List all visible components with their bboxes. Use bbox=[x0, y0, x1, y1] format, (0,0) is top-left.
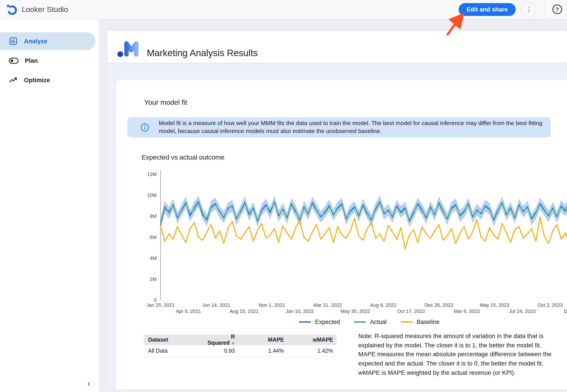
more-options-button[interactable]: ⋮ bbox=[522, 2, 537, 17]
collapse-sidebar-button[interactable]: ‹ bbox=[82, 378, 96, 389]
x-tick-label: Jul 24, 2023 bbox=[509, 308, 536, 314]
x-tick-label: Jan 10, 2022 bbox=[286, 308, 314, 314]
sidebar-item-analyze[interactable]: Analyze bbox=[0, 32, 96, 50]
sidebar-item-label: Optimize bbox=[24, 76, 50, 84]
x-tick-label: Mar 21, 2022 bbox=[313, 302, 342, 308]
chart-title: Expected vs actual outcome bbox=[142, 153, 224, 161]
info-banner: Model fit is a measure of how well your … bbox=[127, 117, 551, 138]
sidebar-item-label: Plan bbox=[25, 57, 38, 64]
topbar-divider bbox=[545, 0, 545, 19]
legend-item-expected: Expected bbox=[299, 319, 340, 325]
cell-wmape: 1.42% bbox=[288, 348, 336, 354]
x-tick-label: Dec 11, 2023 bbox=[564, 308, 567, 314]
meridian-logo-icon bbox=[117, 38, 142, 57]
x-tick-label: Oct 2, 2023 bbox=[538, 302, 563, 308]
sidebar-item-plan[interactable]: Plan bbox=[0, 52, 96, 69]
chevron-left-icon: ‹ bbox=[87, 379, 90, 388]
baseline-line bbox=[160, 217, 567, 249]
chart-legend: Expected Actual Baseline bbox=[160, 319, 567, 325]
edit-and-share-button[interactable]: Edit and share bbox=[459, 3, 516, 16]
table-header-mape[interactable]: MAPE bbox=[238, 337, 288, 343]
trending-up-icon bbox=[9, 76, 18, 84]
table-row: All Data 0.93 1.44% 1.42% bbox=[144, 345, 336, 357]
cell-mape: 1.44% bbox=[238, 348, 288, 354]
table-header-wmape[interactable]: wMAPE bbox=[288, 337, 336, 343]
toggle-icon bbox=[9, 57, 19, 64]
looker-studio-app: Looker Studio Edit and share ⋮ ? Analyze bbox=[0, 0, 567, 392]
sidebar-item-label: Analyze bbox=[24, 38, 47, 45]
x-tick-label: Dec 26, 2022 bbox=[424, 302, 453, 308]
legend-item-actual: Actual bbox=[354, 319, 387, 325]
table-header-row: Dataset R Squared▼ MAPE wMAPE bbox=[144, 335, 336, 345]
y-tick-label: 6M bbox=[150, 235, 157, 240]
expected-vs-actual-chart: 02M4M6M8M10M12MJan 25, 2021Apr 5, 2021Ju… bbox=[116, 164, 567, 316]
chart-icon bbox=[9, 37, 18, 45]
legend-label: Baseline bbox=[417, 319, 440, 325]
x-tick-label: Nov 1, 2021 bbox=[259, 302, 285, 308]
card-title: Your model fit bbox=[144, 98, 187, 107]
x-tick-label: Aug 23, 2021 bbox=[230, 308, 259, 314]
legend-label: Expected bbox=[315, 319, 340, 325]
sidebar-nav: Analyze Plan Optimize bbox=[0, 19, 99, 89]
baseline-line-swatch-icon bbox=[401, 321, 413, 323]
question-mark-icon: ? bbox=[555, 6, 559, 13]
x-tick-label: Mar 6, 2023 bbox=[454, 308, 480, 314]
note-text: Note: R-squared measures the amount of v… bbox=[358, 332, 558, 378]
report-body: Your model fit Model fit is a measure of… bbox=[107, 63, 567, 389]
y-tick-label: 10M bbox=[147, 193, 157, 198]
info-banner-text: Model fit is a measure of how well your … bbox=[159, 119, 544, 135]
actual-line-swatch-icon bbox=[354, 321, 366, 323]
cell-r-squared: 0.93 bbox=[206, 348, 238, 354]
x-tick-label: May 30, 2022 bbox=[341, 308, 370, 314]
sidebar-item-optimize[interactable]: Optimize bbox=[0, 71, 96, 89]
x-tick-label: Oct 17, 2022 bbox=[397, 308, 425, 314]
y-tick-label: 2M bbox=[150, 276, 157, 282]
confidence-band bbox=[160, 194, 567, 230]
table-header-r-squared[interactable]: R Squared▼ bbox=[206, 334, 238, 346]
info-icon bbox=[141, 123, 149, 131]
x-tick-label: Jan 25, 2021 bbox=[146, 302, 174, 308]
x-tick-label: Aug 8, 2022 bbox=[370, 302, 396, 308]
looker-studio-logo-icon bbox=[6, 3, 18, 15]
sort-descending-icon: ▼ bbox=[231, 342, 235, 346]
app-title: Looker Studio bbox=[22, 0, 68, 19]
report-page: Marketing Analysis Results Your model fi… bbox=[107, 31, 567, 389]
topbar: Looker Studio Edit and share ⋮ ? bbox=[0, 0, 567, 19]
kebab-menu-icon: ⋮ bbox=[526, 5, 532, 13]
legend-item-baseline: Baseline bbox=[401, 319, 440, 325]
report-viewport: Marketing Analysis Results Your model fi… bbox=[99, 19, 567, 392]
sidebar: Analyze Plan Optimize ‹ bbox=[0, 19, 100, 392]
model-fit-table: Dataset R Squared▼ MAPE wMAPE All Data 0… bbox=[144, 335, 336, 357]
y-tick-label: 8M bbox=[150, 213, 157, 219]
report-header: Marketing Analysis Results bbox=[107, 31, 567, 63]
x-tick-label: Apr 5, 2021 bbox=[176, 308, 201, 314]
legend-label: Actual bbox=[370, 319, 387, 325]
help-button[interactable]: ? bbox=[552, 4, 562, 14]
x-tick-label: May 15, 2023 bbox=[480, 302, 509, 308]
x-tick-label: Jun 14, 2021 bbox=[202, 302, 230, 308]
expected-line-swatch-icon bbox=[299, 321, 311, 323]
cell-dataset: All Data bbox=[144, 348, 206, 354]
y-tick-label: 4M bbox=[150, 255, 157, 261]
model-fit-card: Your model fit Model fit is a measure of… bbox=[116, 80, 567, 389]
y-tick-label: 12M bbox=[147, 171, 157, 177]
table-header-dataset[interactable]: Dataset bbox=[144, 337, 206, 343]
